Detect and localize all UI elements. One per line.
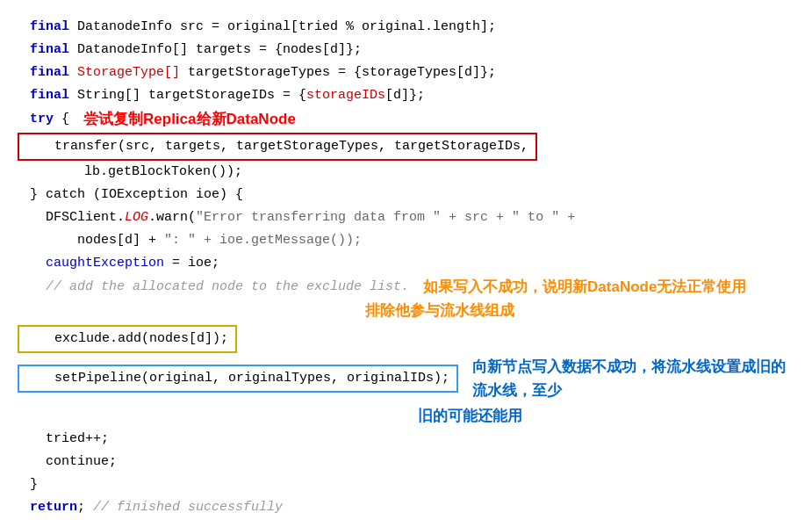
annotation-old-pipeline: 旧的可能还能用 bbox=[418, 404, 522, 428]
code-exclude: exclude.add(nodes[d]); bbox=[23, 331, 228, 346]
line-try: try { 尝试复制Replica给新DataNode bbox=[14, 107, 798, 131]
code-line-1: final DatanodeInfo src = original[tried … bbox=[14, 17, 496, 38]
line-lb-getblocktoken: lb.getBlockToken()); bbox=[14, 161, 798, 184]
line-return: return; // finished successfully bbox=[14, 496, 798, 519]
exclude-bordered: exclude.add(nodes[d]); bbox=[18, 325, 237, 353]
line-datanodeinfo-src: final DatanodeInfo src = original[tried … bbox=[14, 16, 798, 39]
line-annotation-orange-2: 排除他参与流水线组成 bbox=[14, 299, 798, 322]
code-warn-2: nodes[d] + ": " + ioe.getMessage()); bbox=[14, 230, 362, 251]
line-comment-exclude: // add the allocated node to the exclude… bbox=[14, 275, 798, 299]
code-line-2: final DatanodeInfo[] targets = {nodes[d]… bbox=[14, 40, 362, 61]
exclude-highlight-box: exclude.add(nodes[d]); bbox=[14, 325, 798, 353]
annotation-pipeline: 向新节点写入数据不成功，将流水线设置成旧的流水线，至少 bbox=[472, 355, 798, 402]
line-targets: final DatanodeInfo[] targets = {nodes[d]… bbox=[14, 39, 798, 61]
code-continue: continue; bbox=[14, 451, 117, 473]
code-tried: tried++; bbox=[14, 429, 109, 450]
transfer-bordered: transfer(src, targets, targetStorageType… bbox=[18, 133, 537, 161]
annotation-datanode-fail: 如果写入不成功，说明新DataNode无法正常使用 bbox=[423, 275, 746, 299]
code-warn-1: DFSClient.LOG.warn("Error transferring d… bbox=[14, 207, 575, 228]
setpipeline-bordered: setPipeline(original, originalTypes, ori… bbox=[18, 365, 458, 393]
code-setpipeline: setPipeline(original, originalTypes, ori… bbox=[23, 371, 449, 386]
code-comment: // add the allocated node to the exclude… bbox=[14, 277, 409, 298]
line-annotation-blue-2: 旧的可能还能用 bbox=[14, 404, 798, 428]
code-caught: caughtException = ioe; bbox=[14, 253, 219, 274]
code-transfer-2: lb.getBlockToken()); bbox=[14, 162, 242, 183]
line-close-brace: } bbox=[14, 473, 798, 496]
line-continue: continue; bbox=[14, 451, 798, 473]
code-line-3: final StorageType[] targetStorageTypes =… bbox=[14, 62, 496, 83]
set-pipeline-row: setPipeline(original, originalTypes, ori… bbox=[14, 355, 798, 402]
code-close-brace: } bbox=[14, 474, 38, 495]
transfer-highlight-box: transfer(src, targets, targetStorageType… bbox=[14, 133, 798, 161]
code-return: return; // finished successfully bbox=[14, 497, 283, 518]
line-caught: caughtException = ioe; bbox=[14, 252, 798, 275]
annotation-replica: 尝试复制Replica给新DataNode bbox=[83, 107, 296, 131]
code-transfer-1: transfer(src, targets, targetStorageType… bbox=[23, 139, 528, 154]
code-line-4: final String[] targetStorageIDs = {stora… bbox=[14, 85, 425, 106]
code-block: final DatanodeInfo src = original[tried … bbox=[14, 9, 798, 520]
code-try: try { bbox=[14, 109, 69, 130]
line-warn: DFSClient.LOG.warn("Error transferring d… bbox=[14, 206, 798, 229]
line-tried: tried++; bbox=[14, 428, 798, 451]
line-storage-type: final StorageType[] targetStorageTypes =… bbox=[14, 61, 798, 84]
line-catch: } catch (IOException ioe) { bbox=[14, 184, 798, 206]
code-catch: } catch (IOException ioe) { bbox=[14, 184, 243, 206]
annotation-exclude: 排除他参与流水线组成 bbox=[365, 299, 514, 322]
line-storage-ids: final String[] targetStorageIDs = {stora… bbox=[14, 84, 798, 107]
line-warn-2: nodes[d] + ": " + ioe.getMessage()); bbox=[14, 229, 798, 252]
